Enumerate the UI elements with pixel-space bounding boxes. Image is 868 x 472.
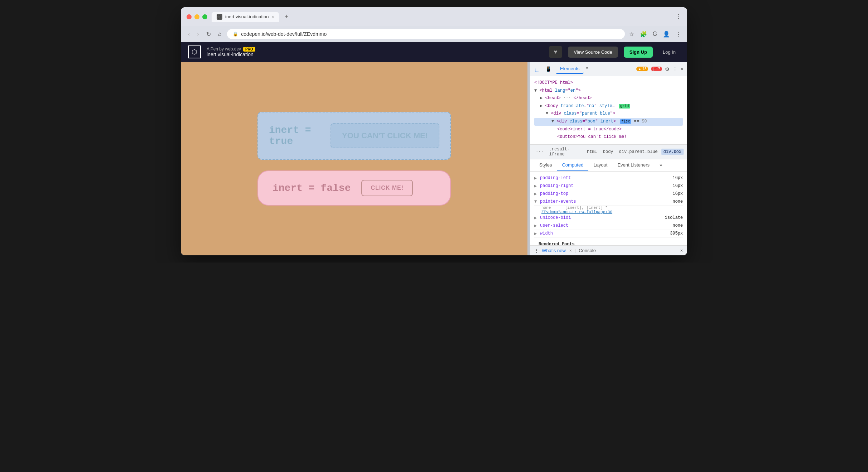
devtools-tabs: Elements »	[556, 64, 633, 74]
rendered-fonts-section: Rendered Fonts Family name: Arial PostSc…	[534, 238, 683, 245]
tab-close-button[interactable]: ×	[271, 15, 274, 19]
breadcrumb-ellipsis[interactable]: ···	[534, 149, 546, 155]
close-window-button[interactable]	[187, 14, 192, 19]
whats-new-close-button[interactable]: ×	[569, 248, 572, 253]
pen-info: A Pen by web.dev PRO inert visual-indica…	[207, 47, 255, 57]
heart-button[interactable]: ♥	[549, 46, 563, 58]
nav-action-icons: ☆ 🧩 G 👤 ⋮	[629, 31, 681, 38]
inspect-element-icon[interactable]: ⬚	[534, 65, 541, 73]
breadcrumb-parent-blue[interactable]: div.parent.blue	[617, 149, 660, 155]
more-tabs-button[interactable]: »	[655, 159, 667, 171]
active-box: inert = false CLICK ME!	[257, 170, 451, 206]
dom-line-body: ▶ <body translate="no" style= grid	[534, 102, 683, 110]
dom-line-parent: ▼ <div class="parent blue">	[534, 110, 683, 118]
devtools-bottom-bar: ⋮ What's new × | Console ×	[530, 245, 687, 255]
computed-properties: ▶ padding-left 16px ▶ padding-right 16px…	[530, 172, 687, 245]
prop-pointer-events-header: ▼ pointer-events none	[534, 198, 683, 206]
google-icon[interactable]: G	[653, 31, 657, 37]
inert-box: inert = true YOU CAN'T CLICK ME!	[257, 112, 451, 160]
console-tab[interactable]: Console	[579, 248, 596, 253]
cant-click-button: YOU CAN'T CLICK ME!	[331, 123, 439, 148]
device-toolbar-icon[interactable]: 📱	[544, 65, 553, 73]
breadcrumb-result-iframe[interactable]: .result-iframe	[547, 146, 583, 158]
dom-line-head: ▶ <head> ··· </head>	[534, 95, 683, 102]
more-devtools-tabs[interactable]: »	[584, 64, 590, 74]
browser-window: ⬡ inert visual-indication × + ⋮ ‹ › ↻ ⌂ …	[181, 7, 687, 255]
dom-line-box[interactable]: ▼ <div class="box" inert> flex == $0	[534, 118, 683, 126]
prop-padding-top: ▶ padding-top 16px	[534, 190, 683, 198]
address-bar: ‹ › ↻ ⌂ 🔒 codepen.io/web-dot-dev/full/ZE…	[181, 26, 687, 42]
app-header: ⬡ A Pen by web.dev PRO inert visual-indi…	[181, 42, 687, 62]
back-button[interactable]: ‹	[187, 29, 191, 39]
tab-title: inert visual-indication	[225, 14, 269, 19]
address-url: codepen.io/web-dot-dev/full/ZEvdmmo	[241, 31, 327, 37]
event-listeners-tab[interactable]: Event Listeners	[612, 159, 655, 171]
title-bar: ⬡ inert visual-indication × + ⋮	[181, 7, 687, 26]
whats-new-tab[interactable]: What's new	[542, 248, 566, 253]
minimize-window-button[interactable]	[194, 14, 199, 19]
devtools-close-button[interactable]: ×	[680, 66, 684, 72]
main-content: inert = true YOU CAN'T CLICK ME! inert =…	[181, 62, 687, 255]
dom-line-html: ▼ <html lang="en">	[534, 87, 683, 95]
profile-icon[interactable]: 👤	[663, 31, 670, 38]
computed-tab[interactable]: Computed	[557, 159, 588, 171]
home-button[interactable]: ⌂	[217, 29, 223, 39]
extensions-icon[interactable]: 🧩	[640, 31, 647, 38]
refresh-button[interactable]: ↻	[205, 29, 212, 39]
forward-button[interactable]: ›	[196, 29, 200, 39]
computed-tabs-bar: Styles Computed Layout Event Listeners »	[530, 159, 687, 172]
pen-byline-text: A Pen by web.dev	[207, 47, 241, 52]
breadcrumb-body[interactable]: body	[601, 149, 616, 155]
pen-byline: A Pen by web.dev PRO	[207, 47, 255, 52]
inert-label: inert = true	[269, 125, 323, 147]
address-input-container[interactable]: 🔒 codepen.io/web-dot-dev/full/ZEvdmmo	[227, 29, 625, 39]
bottom-close-button[interactable]: ×	[680, 248, 683, 253]
active-label: inert = false	[273, 183, 351, 194]
codepen-logo[interactable]: ⬡	[188, 45, 201, 58]
browser-menu-icon[interactable]: ⋮	[676, 13, 681, 20]
devtools-settings-icon[interactable]: ⚙	[665, 66, 670, 72]
dom-tree: <!DOCTYPE html> ▼ <html lang="en"> ▶ <he…	[530, 76, 687, 144]
devtools-panel: ⬚ 📱 Elements » ▲ 13 🚩 7 ⚙ ⋮ × <!DOCTYPE …	[530, 62, 687, 255]
prop-unicode-bidi: ▶ unicode-bidi isolate	[534, 214, 683, 222]
rendered-fonts-title: Rendered Fonts	[539, 242, 679, 245]
pointer-events-source-link[interactable]: ZEvdmmo?anon=tr…ew=fullpage:30	[541, 210, 612, 214]
tab-favicon: ⬡	[217, 14, 222, 20]
view-source-button[interactable]: View Source Code	[568, 47, 618, 58]
security-lock-icon: 🔒	[233, 32, 238, 37]
devtools-toolbar: ⬚ 📱 Elements » ▲ 13 🚩 7 ⚙ ⋮ ×	[530, 62, 687, 76]
new-tab-button[interactable]: +	[282, 11, 291, 22]
browser-more-icon[interactable]: ⋮	[676, 31, 681, 38]
elements-tab[interactable]: Elements	[556, 64, 584, 74]
prop-user-select: ▶ user-select none	[534, 222, 683, 230]
dom-line-button: <button>You can't click me!	[534, 133, 683, 141]
devtools-menu-icon[interactable]: ⋮	[672, 66, 677, 72]
error-badge: 🚩 7	[651, 67, 662, 71]
breadcrumb-bar: ··· .result-iframe html body div.parent.…	[530, 144, 687, 159]
tab-bar: ⬡ inert visual-indication × +	[212, 11, 671, 22]
prop-padding-right: ▶ padding-right 16px	[534, 182, 683, 190]
dom-line-doctype: <!DOCTYPE html>	[534, 79, 683, 87]
login-button[interactable]: Log In	[659, 47, 680, 58]
styles-tab[interactable]: Styles	[534, 159, 557, 171]
bottom-menu-icon[interactable]: ⋮	[534, 248, 539, 253]
click-me-button[interactable]: CLICK ME!	[361, 180, 413, 196]
pro-badge: PRO	[243, 47, 255, 52]
layout-tab[interactable]: Layout	[588, 159, 612, 171]
bookmark-icon[interactable]: ☆	[629, 31, 634, 38]
prop-pointer-events-sub: none [inert], [inert] * ZEvdmmo?anon=tr……	[534, 206, 683, 214]
maximize-window-button[interactable]	[202, 14, 207, 19]
pen-title: inert visual-indication	[207, 52, 255, 57]
logo-symbol: ⬡	[192, 48, 197, 56]
browser-tab[interactable]: ⬡ inert visual-indication ×	[212, 12, 279, 22]
traffic-lights	[187, 14, 207, 19]
breadcrumb-html[interactable]: html	[585, 149, 599, 155]
dom-line-code: <code>inert = true</code>	[534, 126, 683, 134]
webpage-preview: inert = true YOU CAN'T CLICK ME! inert =…	[181, 62, 527, 255]
signup-button[interactable]: Sign Up	[624, 47, 653, 58]
warning-badge: ▲ 13	[636, 67, 648, 71]
prop-padding-left: ▶ padding-left 16px	[534, 174, 683, 182]
prop-width: ▶ width 395px	[534, 230, 683, 238]
breadcrumb-box[interactable]: div.box	[661, 149, 684, 155]
